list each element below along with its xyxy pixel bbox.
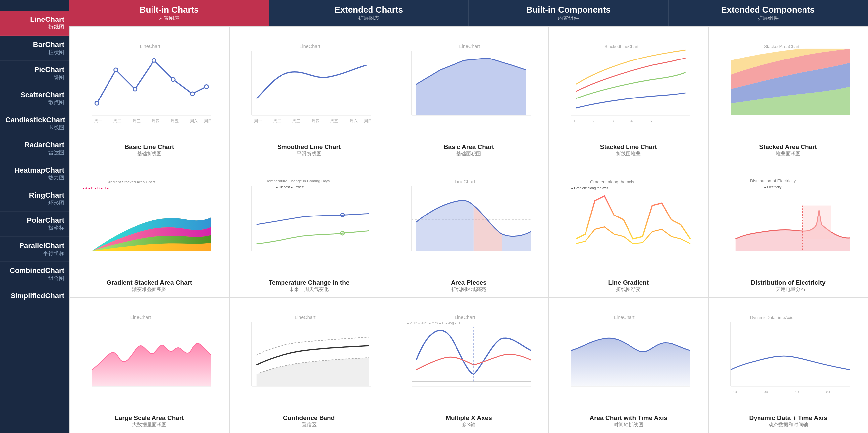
svg-point-6 — [152, 59, 156, 63]
chart-title-en: Distribution of Electricity — [751, 279, 826, 286]
chart-title-zh: 一天用电量分布 — [771, 286, 805, 293]
svg-text:Distribution of Electricity: Distribution of Electricity — [750, 178, 796, 184]
chart-cell-smooth_line[interactable]: LineChart 周一 周二 周三 周四 周五 周六 周日 Smoothed … — [229, 27, 389, 162]
svg-text:LineChart: LineChart — [130, 315, 151, 320]
sidebar-item-parallelchart[interactable]: ParallelChart平行坐标 — [0, 237, 69, 262]
svg-text:周五: 周五 — [171, 119, 179, 123]
chart-preview-smooth_line: LineChart 周一 周二 周三 周四 周五 周六 周日 — [229, 27, 389, 142]
chart-preview-multi_x: LineChart ● 2012～2021 ● max ● D ● Avg ● … — [389, 298, 549, 413]
chart-title-en: Temperature Change in the — [269, 279, 350, 286]
chart-title-zh: 平滑折线图 — [297, 151, 321, 157]
svg-text:3X: 3X — [764, 390, 769, 394]
svg-text:周三: 周三 — [292, 119, 300, 123]
chart-title-zh: 基础折线图 — [137, 151, 162, 157]
chart-cell-temperature[interactable]: Temperature Change in Coming Days ● High… — [229, 162, 389, 298]
chart-title-zh: 大数据量面积图 — [132, 422, 167, 428]
svg-text:Gradient along the axis: Gradient along the axis — [590, 179, 634, 185]
chart-preview-temperature: Temperature Change in Coming Days ● High… — [229, 162, 389, 277]
chart-cell-area_pieces[interactable]: LineChart Area Pieces折线图区域高亮 — [389, 162, 549, 298]
svg-text:周日: 周日 — [204, 119, 212, 123]
sidebar-item-piechart[interactable]: PieChart饼图 — [0, 61, 69, 86]
sidebar-item-candlestickchart[interactable]: CandlestickChartK线图 — [0, 111, 69, 136]
chart-cell-basic_line[interactable]: LineChart 周一 周二 周三 周四 周五 周六 周日 Basic Lin… — [69, 27, 229, 162]
sidebar-items: LineChart折线图BarChart柱状图PieChart饼图Scatter… — [0, 10, 69, 305]
chart-preview-time_axis: LineChart — [549, 298, 708, 413]
svg-text:周一: 周一 — [254, 119, 262, 123]
svg-text:LineChart: LineChart — [614, 315, 635, 320]
svg-point-8 — [190, 92, 194, 96]
chart-preview-basic_line: LineChart 周一 周二 周三 周四 周五 周六 周日 — [70, 27, 229, 142]
svg-text:Gradient Stacked Area Chart: Gradient Stacked Area Chart — [106, 180, 155, 184]
svg-point-3 — [95, 101, 99, 105]
sidebar-item-linechart[interactable]: LineChart折线图 — [0, 10, 69, 36]
svg-text:LineChart: LineChart — [295, 315, 315, 320]
chart-title-zh: 多X轴 — [462, 422, 475, 428]
svg-text:周三: 周三 — [133, 119, 141, 123]
chart-preview-area_pieces: LineChart — [389, 162, 549, 277]
sidebar-item-ringchart[interactable]: RingChart环形图 — [0, 187, 69, 211]
svg-text:Temperature Change in Coming D: Temperature Change in Coming Days — [266, 179, 330, 183]
svg-point-5 — [133, 87, 137, 91]
chart-title-en: Basic Area Chart — [443, 143, 494, 151]
svg-point-7 — [172, 78, 175, 81]
header-tabs: Built-in Charts内置图表Extended Charts扩展图表Bu… — [69, 0, 868, 27]
chart-cell-confidence[interactable]: LineChart Confidence Band置信区 — [229, 298, 389, 433]
chart-preview-basic_area: LineChart — [389, 27, 549, 142]
chart-title-zh: 动态数据和时间轴 — [769, 422, 808, 428]
chart-cell-basic_area[interactable]: LineChart Basic Area Chart基础面积图 — [389, 27, 549, 162]
header-tab-3[interactable]: Extended Components扩展组件 — [669, 0, 868, 27]
chart-title-en: Line Gradient — [608, 279, 649, 286]
sidebar-item-combinedchart[interactable]: CombinedChart组合图 — [0, 262, 69, 287]
svg-text:周二: 周二 — [114, 119, 121, 123]
svg-text:● 2012～2021 ● max ● D ● Avg ● : ● 2012～2021 ● max ● D ● Avg ● D — [407, 321, 460, 325]
chart-title-zh: 未来一周天气变化 — [289, 286, 329, 293]
sidebar-item-simplifiedchart[interactable]: SimplifiedChart — [0, 287, 69, 305]
chart-preview-stacked_area: StackedAreaChart — [709, 27, 868, 142]
sidebar-item-heatmapchart[interactable]: HeatmapChart热力图 — [0, 161, 69, 187]
svg-text:StackedAreaChart: StackedAreaChart — [764, 44, 799, 49]
chart-title-en: Stacked Area Chart — [759, 143, 817, 151]
svg-text:● A ● B ● C ● D ● E: ● A ● B ● C ● D ● E — [82, 187, 112, 190]
sidebar-item-radarchart[interactable]: RadarChart雷达图 — [0, 136, 69, 161]
chart-cell-gradient_stacked[interactable]: Gradient Stacked Area Chart ● A ● B ● C … — [69, 162, 229, 298]
svg-text:● Electricity: ● Electricity — [764, 186, 782, 189]
svg-text:LineChart: LineChart — [455, 179, 475, 185]
chart-title-en: Area Pieces — [451, 279, 487, 286]
svg-text:4: 4 — [631, 119, 633, 123]
chart-title-en: Basic Line Chart — [124, 143, 174, 151]
svg-text:3: 3 — [612, 119, 614, 123]
chart-title-en: Gradient Stacked Area Chart — [106, 279, 192, 286]
header-tab-1[interactable]: Extended Charts扩展图表 — [269, 0, 469, 27]
chart-title-zh: 时间轴折线图 — [614, 422, 643, 428]
svg-text:周二: 周二 — [273, 119, 281, 123]
chart-cell-multi_x[interactable]: LineChart ● 2012～2021 ● max ● D ● Avg ● … — [389, 298, 549, 433]
svg-text:周六: 周六 — [350, 119, 358, 123]
chart-cell-large_scale[interactable]: LineChart Large Scale Area Chart大数据量面积图 — [69, 298, 229, 433]
sidebar-item-barchart[interactable]: BarChart柱状图 — [0, 36, 69, 61]
chart-title-en: Stacked Line Chart — [600, 143, 657, 151]
svg-text:DynamicDataTimeAxis: DynamicDataTimeAxis — [750, 315, 793, 320]
chart-cell-time_axis[interactable]: LineChart Area Chart with Time Axis时间轴折线… — [549, 298, 708, 433]
chart-cell-dynamic_time[interactable]: DynamicDataTimeAxis 1X 3X 5X 8X Dynamic … — [708, 298, 868, 433]
header-tab-0[interactable]: Built-in Charts内置图表 — [69, 0, 269, 27]
chart-cell-stacked_area[interactable]: StackedAreaChart Stacked Area Chart堆叠面积图 — [708, 27, 868, 162]
chart-preview-large_scale: LineChart — [70, 298, 229, 413]
chart-cell-line_gradient[interactable]: Gradient along the axis ● Gradient along… — [549, 162, 708, 298]
sidebar-item-scatterchart[interactable]: ScatterChart散点图 — [0, 86, 69, 111]
svg-text:2: 2 — [593, 119, 595, 123]
header-tab-2[interactable]: Built-in Components内置组件 — [469, 0, 669, 27]
chart-cell-stacked_line[interactable]: StackedLineChart 1 2 3 4 5 Stacked Line … — [549, 27, 708, 162]
chart-preview-dynamic_time: DynamicDataTimeAxis 1X 3X 5X 8X — [709, 298, 868, 413]
sidebar-item-polarchart[interactable]: PolarChart极坐标 — [0, 211, 69, 237]
svg-point-4 — [114, 68, 118, 72]
svg-text:LineChart: LineChart — [299, 44, 320, 49]
svg-text:周六: 周六 — [190, 119, 198, 123]
svg-text:周五: 周五 — [331, 119, 338, 123]
chart-grid: LineChart 周一 周二 周三 周四 周五 周六 周日 Basic Lin… — [69, 27, 868, 433]
svg-text:周四: 周四 — [152, 119, 160, 123]
svg-text:● Highest ● Lowest: ● Highest ● Lowest — [276, 186, 304, 189]
svg-text:周日: 周日 — [364, 119, 372, 123]
chart-preview-gradient_stacked: Gradient Stacked Area Chart ● A ● B ● C … — [70, 162, 229, 277]
chart-cell-electricity[interactable]: Distribution of Electricity ● Electricit… — [708, 162, 868, 298]
chart-preview-confidence: LineChart — [229, 298, 389, 413]
